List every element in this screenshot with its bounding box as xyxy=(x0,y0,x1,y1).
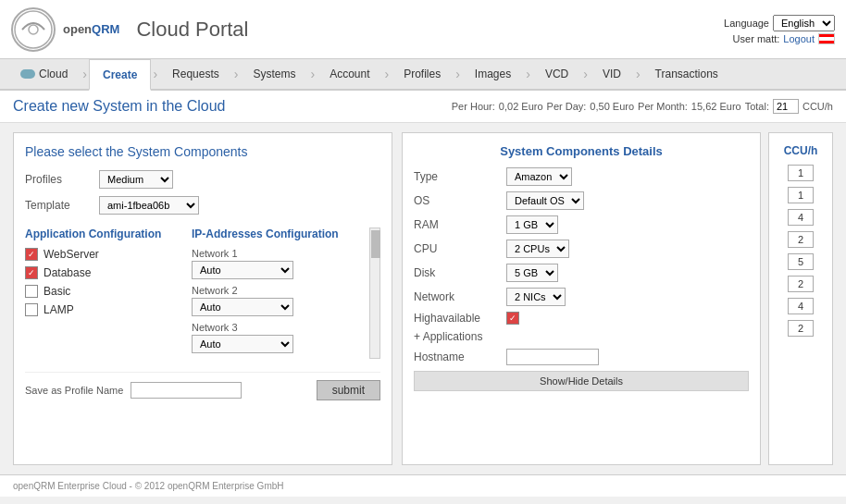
cpu-label: CPU xyxy=(414,242,506,255)
nav-arrow-6: › xyxy=(455,67,460,81)
ip-config-title: IP-Addresses Configuration xyxy=(192,227,367,240)
nav-transactions[interactable]: Transactions xyxy=(642,58,731,90)
nav-transactions-label: Transactions xyxy=(655,68,718,80)
network1-row: Auto xyxy=(192,261,367,279)
nav-arrow-3: › xyxy=(234,67,239,81)
logo-area: openQRM Cloud Portal xyxy=(11,7,248,52)
nav-account[interactable]: Account xyxy=(317,58,382,90)
per-month-value: 15,62 Euro xyxy=(691,101,741,112)
os-select[interactable]: Default OS xyxy=(506,191,584,210)
total-input[interactable] xyxy=(773,99,799,114)
network-select[interactable]: 2 NICs xyxy=(506,288,566,306)
disk-label: Disk xyxy=(414,266,506,279)
unit-label: CCU/h xyxy=(802,101,833,112)
template-label: Template xyxy=(25,199,99,212)
app-config: Application Configuration ✓ WebServer ✓ … xyxy=(25,227,182,359)
profiles-select[interactable]: Medium Small Large xyxy=(99,170,173,189)
template-select[interactable]: ami-1fbea06b xyxy=(99,196,199,215)
hostname-label: Hostname xyxy=(414,350,506,363)
per-month-label: Per Month: xyxy=(638,101,688,112)
logout-link[interactable]: Logout xyxy=(783,33,815,44)
apps-row: + Applications xyxy=(414,330,749,343)
cloud-icon xyxy=(20,69,35,79)
header-right: Language English User matt: Logout xyxy=(724,15,835,44)
submit-button[interactable]: submit xyxy=(317,380,380,400)
per-hour-value: 0,02 Euro xyxy=(499,101,543,112)
lamp-checkbox[interactable] xyxy=(25,303,38,316)
nav-images-label: Images xyxy=(475,68,511,80)
app-database-row: ✓ Database xyxy=(25,266,182,279)
ccu-value-2: 1 xyxy=(788,187,814,203)
hostname-input[interactable] xyxy=(506,349,599,365)
ram-row: RAM 1 GB xyxy=(414,215,749,234)
nav-vcd[interactable]: VCD xyxy=(532,58,581,90)
apps-label: + Applications xyxy=(414,330,506,343)
profiles-label: Profiles xyxy=(25,173,99,186)
nav-create-label: Create xyxy=(103,68,137,81)
database-checkbox[interactable]: ✓ xyxy=(25,266,38,279)
nav-profiles[interactable]: Profiles xyxy=(391,58,454,90)
left-panel-title: Please select the System Components xyxy=(25,144,380,159)
network1-label: Network 1 xyxy=(192,248,367,259)
ip-scrollbar-thumb xyxy=(371,230,380,258)
right-inner: System Components Details Type Amazon OS… xyxy=(402,132,833,465)
webserver-label: WebServer xyxy=(44,248,99,261)
ram-select[interactable]: 1 GB xyxy=(506,215,558,234)
app-config-title: Application Configuration xyxy=(25,227,182,240)
config-columns: Application Configuration ✓ WebServer ✓ … xyxy=(25,227,380,359)
ip-scrollbar[interactable] xyxy=(369,227,380,359)
svg-point-1 xyxy=(29,25,38,34)
per-hour-label: Per Hour: xyxy=(452,101,495,112)
type-select[interactable]: Amazon xyxy=(506,167,572,186)
ha-row: Highavailable ✓ xyxy=(414,312,749,325)
logo-brand: openQRM xyxy=(63,22,119,36)
database-label: Database xyxy=(44,266,91,279)
basic-checkbox[interactable] xyxy=(25,285,38,298)
nav-requests-label: Requests xyxy=(172,68,219,80)
cpu-select[interactable]: 2 CPUs xyxy=(506,240,569,258)
nav-vcd-label: VCD xyxy=(545,68,568,80)
network2-select[interactable]: Auto xyxy=(192,298,293,316)
ccu-value-1: 1 xyxy=(788,165,814,181)
nav-vid[interactable]: VID xyxy=(590,58,634,90)
sys-comp-details-title: System Components Details xyxy=(414,144,749,158)
save-name-input[interactable] xyxy=(131,382,242,399)
nav-arrow-5: › xyxy=(384,67,389,81)
basic-label: Basic xyxy=(44,285,70,298)
network3-select[interactable]: Auto xyxy=(192,335,293,353)
ccu-value-7: 4 xyxy=(788,298,814,314)
nav: Cloud › Create › Requests › Systems › Ac… xyxy=(0,59,846,91)
flag-icon xyxy=(818,33,835,44)
cost-info: Per Hour: 0,02 Euro Per Day: 0,50 Euro P… xyxy=(452,99,833,114)
nav-arrow-9: › xyxy=(636,67,641,81)
nav-arrow-2: › xyxy=(153,67,157,81)
network2-row: Auto xyxy=(192,298,367,316)
ccu-value-3: 4 xyxy=(788,209,814,226)
nav-arrow-8: › xyxy=(583,67,588,81)
disk-row: Disk 5 GB xyxy=(414,264,749,282)
nav-requests[interactable]: Requests xyxy=(159,58,232,90)
nav-systems[interactable]: Systems xyxy=(240,58,308,90)
left-panel: Please select the System Components Prof… xyxy=(13,132,392,465)
nav-images[interactable]: Images xyxy=(462,58,524,90)
network1-select[interactable]: Auto xyxy=(192,261,293,279)
per-day-value: 0,50 Euro xyxy=(590,101,634,112)
show-hide-button[interactable]: Show/Hide Details xyxy=(414,371,749,391)
save-row: Save as Profile Name submit xyxy=(25,372,380,400)
page-title: Create new System in the Cloud xyxy=(13,98,225,115)
ip-config: IP-Addresses Configuration Network 1 Aut… xyxy=(192,227,380,359)
main: Please select the System Components Prof… xyxy=(0,123,846,474)
nav-cloud[interactable]: Cloud xyxy=(7,58,81,90)
nav-cloud-label: Cloud xyxy=(39,68,68,80)
logo-icon xyxy=(11,7,56,52)
svg-point-0 xyxy=(15,11,52,48)
disk-select[interactable]: 5 GB xyxy=(506,264,558,282)
ccu-value-5: 5 xyxy=(788,253,814,270)
nav-create[interactable]: Create xyxy=(89,59,151,91)
language-select[interactable]: English xyxy=(773,15,835,31)
nav-systems-label: Systems xyxy=(253,68,295,80)
ha-checkbox[interactable]: ✓ xyxy=(506,312,519,325)
language-label: Language xyxy=(724,18,769,29)
webserver-checkbox[interactable]: ✓ xyxy=(25,248,38,261)
save-profile-label: Save as Profile Name xyxy=(25,385,123,396)
